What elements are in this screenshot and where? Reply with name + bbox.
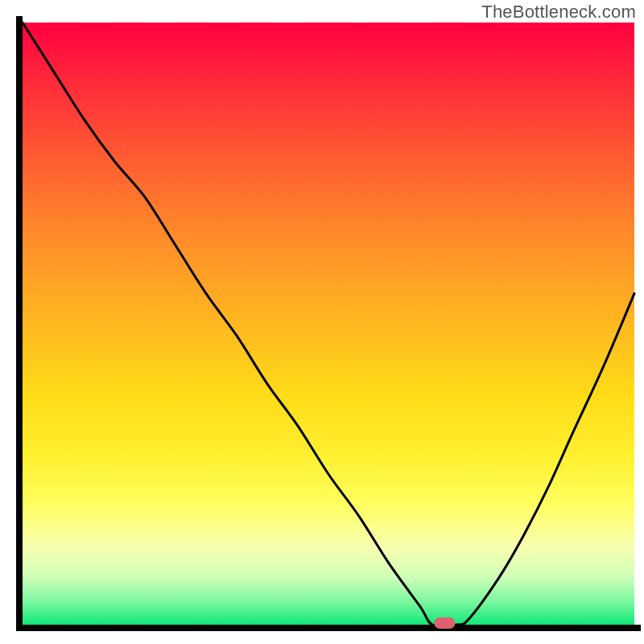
chart-svg (0, 0, 644, 644)
watermark-text: TheBottleneck.com (481, 2, 636, 23)
y-axis (16, 16, 23, 631)
x-axis (16, 625, 641, 631)
plot-background (23, 23, 634, 625)
optimal-marker (434, 617, 455, 629)
bottleneck-chart: TheBottleneck.com (0, 0, 644, 644)
